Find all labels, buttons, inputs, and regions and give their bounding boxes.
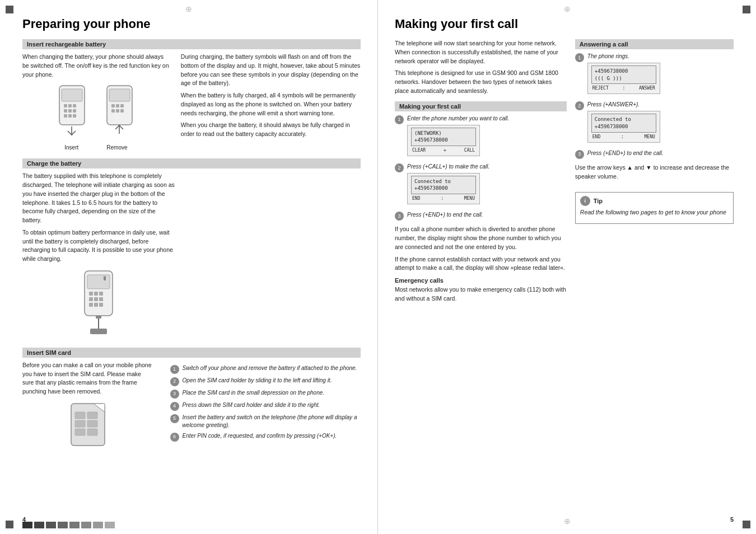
sim-step-text-3: Place the SIM card in the small depressi… — [183, 389, 361, 399]
right-page-number: 5 — [730, 516, 734, 523]
bar-5 — [69, 522, 80, 528]
answering-section: Answering a call 1 The phone rings. +459… — [575, 39, 734, 181]
svg-rect-41 — [87, 420, 97, 427]
svg-rect-20 — [87, 275, 110, 289]
svg-rect-1 — [62, 89, 82, 101]
answer-step-1: 1 The phone rings. +4596738000 ((( G )))… — [575, 53, 734, 96]
sim-step-num-2: 2 — [170, 377, 179, 386]
battery-para1: During charging, the battery symbols wil… — [181, 53, 361, 88]
answer-step-2-content: Press (+ANSWER+). Connected to +45967380… — [587, 101, 660, 144]
svg-rect-40 — [75, 420, 85, 427]
call-screen-1-buttons: CLEAR + CALL — [411, 147, 476, 153]
call-no-contact-text: If the phone cannot establish contact wi… — [395, 255, 567, 273]
answer-screen-1-line2: ((( G ))) — [595, 75, 653, 82]
sim-step-text-4: Press down the SIM card holder and slide… — [183, 401, 361, 411]
svg-rect-8 — [64, 114, 67, 118]
svg-rect-14 — [116, 104, 119, 107]
svg-rect-16 — [111, 109, 115, 113]
call-step-1: 1 Enter the phone number you want to cal… — [395, 115, 567, 158]
answer-step-num-1: 1 — [575, 53, 584, 62]
call-screen-2: Connected to +4596738000 END : MENU — [407, 173, 480, 204]
screen-btn-end1: END — [412, 195, 420, 202]
svg-rect-6 — [68, 109, 72, 113]
charge-battery-section: Charge the battery The battery supplied … — [22, 158, 361, 340]
sim-step-text-1: Switch off your phone and remove the bat… — [183, 364, 361, 374]
svg-rect-15 — [120, 104, 124, 107]
sim-step-2: 2 Open the SIM card holder by sliding it… — [170, 377, 361, 386]
top-crosshair-left: ⊕ — [185, 4, 192, 13]
svg-rect-26 — [99, 297, 103, 301]
answer-step-3-text: Press (+END+) to end the call. — [587, 149, 664, 159]
tip-icon-label: i — [585, 198, 586, 204]
svg-rect-43 — [87, 429, 97, 435]
sim-step-4: 4 Press down the SIM card holder and sli… — [170, 401, 361, 411]
svg-rect-22 — [94, 292, 98, 296]
answer-steps-column: Answering a call 1 The phone rings. +459… — [575, 39, 734, 311]
svg-rect-42 — [75, 429, 85, 435]
svg-rect-39 — [87, 412, 97, 419]
tip-label: Tip — [594, 198, 603, 204]
answer-screen-2-buttons: END : MENU — [591, 134, 656, 140]
sim-intro: Before you can make a call on your mobil… — [22, 361, 153, 396]
insert-battery-section: Insert rechargeable battery When changin… — [22, 39, 361, 151]
call-screen-1-line2: +4596738000 — [414, 137, 473, 144]
screen-btn-clear: CLEAR — [412, 147, 426, 153]
svg-rect-13 — [111, 104, 115, 107]
charger-svg — [73, 268, 124, 335]
svg-rect-25 — [94, 297, 98, 301]
screen-btn-reject: REJECT — [592, 85, 609, 91]
answer-screen-1-line1: +4596738000 — [595, 68, 653, 75]
call-step-2: 2 Press (+CALL+) to make the call. Conne… — [395, 163, 567, 207]
sim-step-text-5: Insert the battery and switch on the tel… — [183, 414, 361, 429]
call-step-3: 3 Press (+END+) to end the call. — [395, 211, 567, 221]
answer-screen-1-buttons: REJECT : ANSWER — [591, 85, 656, 91]
svg-rect-28 — [94, 303, 98, 307]
bar-8 — [105, 522, 115, 528]
sim-step-5: 5 Insert the battery and switch on the t… — [170, 414, 361, 429]
answer-step-3: 3 Press (+END+) to end the call. — [575, 149, 734, 159]
svg-rect-2 — [64, 104, 67, 107]
answer-step-1-text: The phone rings. — [587, 53, 660, 60]
answer-screen-1-inner: +4596738000 ((( G ))) — [591, 65, 656, 84]
call-step-2-text: Press (+CALL+) to make the call. — [407, 163, 489, 171]
phone-diagram — [22, 85, 170, 139]
svg-rect-30 — [96, 316, 101, 318]
call-screen-2-line1: Connected to — [414, 178, 473, 185]
answering-header: Answering a call — [575, 39, 734, 49]
sim-step-3: 3 Place the SIM card in the small depres… — [170, 389, 361, 399]
screen-btn-call: CALL — [464, 147, 475, 153]
sim-step-num-6: 6 — [170, 433, 179, 442]
call-step-num-1: 1 — [395, 115, 404, 124]
answer-screen-2-line2: +4596738000 — [595, 123, 653, 130]
call-step-1-text: Enter the phone number you want to call. — [407, 115, 509, 123]
right-intro-2: This telephone is designed for use in GS… — [395, 69, 567, 95]
phone-remove-svg — [101, 85, 138, 138]
sim-step-list: 1 Switch off your phone and remove the b… — [170, 364, 361, 442]
screen-btn-sep1: + — [444, 147, 446, 153]
svg-rect-17 — [116, 109, 119, 113]
charge-para1: The battery supplied with this telephone… — [22, 172, 175, 225]
left-page-title: Preparing your phone — [22, 17, 361, 31]
call-step-num-3: 3 — [395, 212, 404, 221]
insert-battery-right: During charging, the battery symbols wil… — [181, 53, 361, 151]
answer-screen-2: Connected to +4596738000 END : MENU — [587, 111, 660, 142]
svg-rect-27 — [89, 303, 93, 307]
insert-sim-section: Insert SIM card Before you can make a ca… — [22, 348, 361, 453]
making-call-section: Making your first call 1 Enter the phone… — [395, 101, 567, 303]
left-page: ⊕ Preparing your phone Insert rechargeab… — [0, 0, 378, 534]
call-divert-text: If you call a phone number which is dive… — [395, 225, 567, 251]
answer-screen-2-line1: Connected to — [595, 116, 653, 123]
sim-svg — [63, 401, 113, 448]
bar-1 — [22, 522, 32, 528]
svg-rect-4 — [73, 104, 76, 107]
answer-screen-1: +4596738000 ((( G ))) REJECT : ANSWER — [587, 63, 660, 94]
insert-sim-content: Before you can make a call on your mobil… — [22, 361, 361, 453]
call-steps-column: The telephone will now start searching f… — [395, 39, 567, 311]
battery-para2: When the battery is fully charged, all 4… — [181, 91, 361, 118]
svg-rect-3 — [68, 104, 72, 107]
svg-rect-18 — [120, 109, 124, 113]
call-screen-1: (NETWORK) +4596738000 CLEAR + CALL — [407, 125, 480, 156]
volume-text: Use the arrow keys ▲ and ▼ to increase a… — [575, 163, 734, 181]
screen-btn-sep4: : — [621, 134, 624, 140]
bar-2 — [34, 522, 44, 528]
